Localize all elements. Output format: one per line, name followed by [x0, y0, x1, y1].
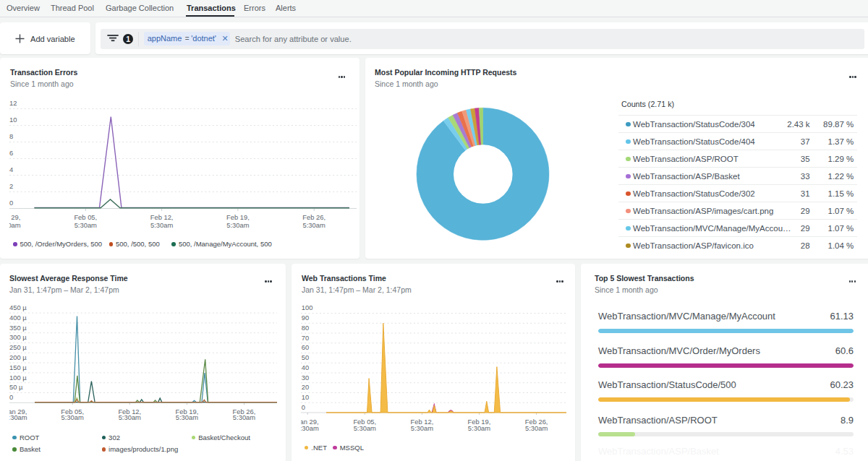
svg-text:80: 80	[302, 324, 309, 332]
svg-text:5:30am: 5:30am	[233, 413, 255, 421]
svg-text:4: 4	[9, 165, 13, 173]
svg-text:50: 50	[302, 353, 309, 361]
svg-text:10: 10	[9, 116, 17, 124]
svg-text:5:30am: 5:30am	[411, 424, 433, 432]
svg-text:5:30am: 5:30am	[4, 413, 27, 421]
svg-text:5:30am: 5:30am	[75, 221, 97, 229]
svg-text:0: 0	[9, 393, 13, 401]
svg-text:40: 40	[302, 363, 309, 371]
svg-text:2: 2	[9, 182, 13, 190]
svg-text:200 µ: 200 µ	[9, 353, 27, 361]
svg-text:150 µ: 150 µ	[9, 363, 27, 371]
svg-text:5:30am: 5:30am	[354, 424, 376, 432]
svg-text:100: 100	[302, 303, 313, 311]
svg-text:5:30am: 5:30am	[176, 413, 198, 421]
svg-text:Feb 19,: Feb 19,	[226, 213, 250, 221]
svg-text:0: 0	[302, 403, 305, 411]
svg-text:12: 12	[9, 99, 17, 107]
svg-text:450 µ: 450 µ	[9, 303, 27, 311]
svg-text:100 µ: 100 µ	[9, 374, 27, 382]
svg-text:0: 0	[9, 199, 13, 207]
svg-text:400 µ: 400 µ	[9, 314, 27, 322]
svg-text:5:30am: 5:30am	[303, 221, 326, 229]
svg-text:5:30am: 5:30am	[226, 221, 249, 229]
svg-text:60: 60	[302, 343, 309, 351]
svg-text:20: 20	[302, 383, 309, 391]
svg-text:5:30am: 5:30am	[119, 413, 141, 421]
svg-text:10: 10	[302, 393, 309, 401]
svg-text:5:30am: 5:30am	[0, 221, 21, 229]
svg-text:6: 6	[9, 149, 13, 157]
svg-text:250 µ: 250 µ	[9, 343, 27, 351]
svg-text:350 µ: 350 µ	[9, 324, 27, 332]
svg-text:5:30am: 5:30am	[297, 424, 319, 432]
svg-text:90: 90	[302, 314, 309, 322]
svg-text:8: 8	[9, 132, 13, 140]
svg-text:Feb 05,: Feb 05,	[74, 213, 97, 221]
svg-text:5:30am: 5:30am	[468, 424, 490, 432]
svg-text:5:30am: 5:30am	[61, 413, 84, 421]
svg-text:30: 30	[302, 374, 309, 382]
svg-text:300 µ: 300 µ	[9, 333, 27, 341]
svg-text:5:30am: 5:30am	[150, 221, 173, 229]
svg-text:Jan 29,: Jan 29,	[0, 213, 20, 221]
svg-text:Feb 26,: Feb 26,	[302, 213, 326, 221]
svg-text:50 µ: 50 µ	[9, 383, 23, 391]
svg-text:70: 70	[302, 334, 309, 342]
svg-text:5:30am: 5:30am	[525, 424, 548, 432]
svg-text:Feb 12,: Feb 12,	[150, 213, 174, 221]
